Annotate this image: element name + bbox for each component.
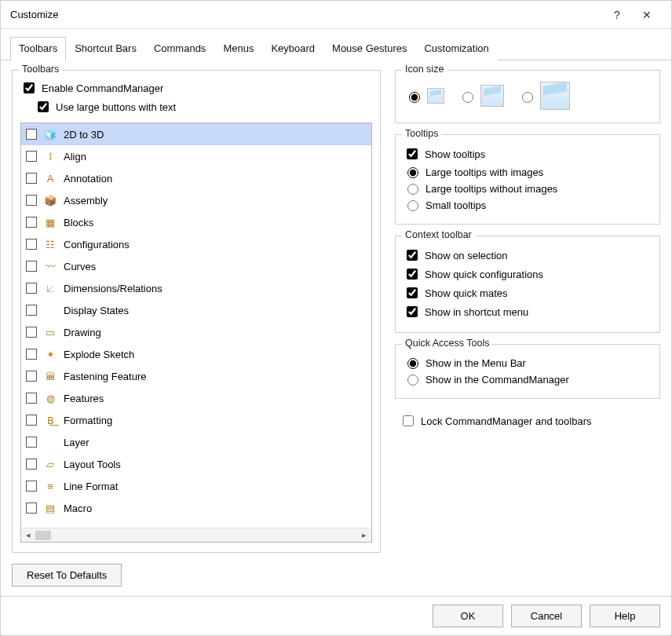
toolbar-list: 🧊2D to 3D⟟AlignAAnnotation📦Assembly▦Bloc… (20, 122, 372, 543)
toolbar-item-checkbox[interactable] (26, 349, 37, 360)
toolbar-item-checkbox[interactable] (26, 503, 37, 514)
toolbar-item-icon: A (43, 171, 57, 185)
close-icon[interactable]: ✕ (632, 9, 662, 21)
toolbar-item-checkbox[interactable] (26, 283, 37, 294)
toolbar-item-configurations[interactable]: ☷Configurations (21, 233, 371, 255)
show-quick-configurations-row[interactable]: Show quick configurations (404, 266, 652, 282)
icon-size-large-option[interactable] (518, 82, 570, 110)
show-in-shortcut-menu-checkbox[interactable] (407, 306, 418, 317)
cancel-button[interactable]: Cancel (511, 605, 582, 627)
toolbar-item-checkbox[interactable] (26, 305, 37, 316)
enable-commandmanager-row[interactable]: Enable CommandManager (20, 80, 372, 96)
show-in-commandmanager-row[interactable]: Show in the CommandManager (404, 372, 652, 386)
show-in-menu-bar-radio[interactable] (407, 358, 418, 369)
toolbar-item-formatting[interactable]: B͟Formatting (21, 409, 371, 431)
small-tooltips-radio[interactable] (407, 200, 418, 211)
toolbar-item-checkbox[interactable] (26, 151, 37, 162)
toolbar-item-2d-to-3d[interactable]: 🧊2D to 3D (21, 123, 371, 145)
toolbar-item-checkbox[interactable] (26, 129, 37, 140)
icon-size-legend: Icon size (402, 64, 447, 75)
toolbar-item-layer[interactable]: Layer (21, 431, 371, 453)
scroll-left-icon[interactable]: ◂ (23, 530, 34, 540)
ok-button[interactable]: OK (433, 605, 503, 627)
toolbar-item-explode-sketch[interactable]: ✴Explode Sketch (21, 343, 371, 365)
toolbar-item-checkbox[interactable] (26, 261, 37, 272)
icon-size-small-option[interactable] (405, 88, 444, 104)
small-tooltips-row[interactable]: Small tooltips (404, 198, 652, 211)
toolbar-item-checkbox[interactable] (26, 217, 37, 228)
tab-toolbars[interactable]: Toolbars (10, 37, 66, 60)
toolbar-item-assembly[interactable]: 📦Assembly (21, 189, 371, 211)
toolbar-list-scroll[interactable]: 🧊2D to 3D⟟AlignAAnnotation📦Assembly▦Bloc… (21, 123, 371, 528)
show-quick-configurations-checkbox[interactable] (407, 269, 418, 280)
small-tooltips-label: Small tooltips (425, 199, 486, 211)
help-button[interactable]: Help (590, 605, 660, 627)
icon-size-medium-option[interactable] (458, 85, 504, 107)
toolbar-item-align[interactable]: ⟟Align (21, 145, 371, 167)
toolbar-item-drawing[interactable]: ▭Drawing (21, 321, 371, 343)
toolbar-item-features[interactable]: ◍Features (21, 387, 371, 409)
help-icon[interactable]: ? (602, 9, 632, 21)
show-quick-mates-checkbox[interactable] (407, 287, 418, 298)
icon-size-small-radio[interactable] (409, 92, 420, 103)
show-in-commandmanager-radio[interactable] (407, 375, 418, 386)
toolbar-item-checkbox[interactable] (26, 327, 37, 338)
toolbar-item-checkbox[interactable] (26, 239, 37, 250)
toolbar-item-curves[interactable]: 〰Curves (21, 255, 371, 277)
toolbar-item-label: Layer (64, 437, 367, 448)
toolbar-item-blocks[interactable]: ▦Blocks (21, 211, 371, 233)
toolbar-item-checkbox[interactable] (26, 481, 37, 492)
toolbar-item-icon: B͟ (43, 413, 57, 427)
toolbar-item-checkbox[interactable] (26, 437, 37, 448)
toolbar-item-checkbox[interactable] (26, 371, 37, 382)
toolbar-item-checkbox[interactable] (26, 195, 37, 206)
toolbar-item-macro[interactable]: ▤Macro (21, 497, 371, 519)
toolbar-item-checkbox[interactable] (26, 459, 37, 470)
reset-to-defaults-button[interactable]: Reset To Defaults (12, 564, 122, 587)
tab-mouse-gestures[interactable]: Mouse Gestures (323, 37, 415, 60)
use-large-buttons-row[interactable]: Use large buttons with text (35, 99, 372, 115)
show-in-shortcut-menu-row[interactable]: Show in shortcut menu (404, 304, 652, 320)
tab-customization[interactable]: Customization (415, 37, 497, 60)
toolbar-item-icon: ✴ (43, 347, 57, 361)
icon-size-medium-radio[interactable] (462, 92, 473, 103)
show-on-selection-checkbox[interactable] (407, 250, 418, 261)
show-in-commandmanager-label: Show in the CommandManager (425, 373, 569, 386)
lock-commandmanager-row[interactable]: Lock CommandManager and toolbars (400, 413, 660, 429)
toolbar-item-checkbox[interactable] (26, 393, 37, 404)
horizontal-scrollbar[interactable]: ◂ ▸ (21, 528, 371, 542)
toolbar-item-line-format[interactable]: ≡Line Format (21, 475, 371, 497)
tab-keyboard[interactable]: Keyboard (262, 37, 323, 60)
toolbar-item-label: Assembly (64, 195, 367, 207)
toolbar-item-label: Line Format (64, 481, 367, 492)
large-tooltips-noimages-label: Large tooltips without images (425, 182, 557, 195)
lock-commandmanager-checkbox[interactable] (403, 415, 414, 426)
toolbar-item-icon (43, 435, 57, 449)
tab-menus[interactable]: Menus (214, 37, 262, 60)
toolbar-item-checkbox[interactable] (26, 173, 37, 184)
large-tooltips-noimages-radio[interactable] (407, 184, 418, 195)
tab-shortcut-bars[interactable]: Shortcut Bars (66, 37, 145, 60)
icon-size-large-radio[interactable] (522, 92, 533, 103)
show-on-selection-row[interactable]: Show on selection (404, 247, 652, 263)
show-tooltips-checkbox[interactable] (407, 148, 418, 159)
toolbar-item-icon: ▱ (43, 457, 57, 471)
toolbar-item-checkbox[interactable] (26, 415, 37, 426)
toolbar-item-layout-tools[interactable]: ▱Layout Tools (21, 453, 371, 475)
scroll-right-icon[interactable]: ▸ (359, 530, 370, 540)
enable-commandmanager-checkbox[interactable] (24, 82, 35, 93)
show-in-menu-bar-row[interactable]: Show in the Menu Bar (404, 356, 652, 369)
large-tooltips-noimages-row[interactable]: Large tooltips without images (404, 181, 652, 195)
tab-commands[interactable]: Commands (145, 37, 214, 60)
show-in-shortcut-menu-label: Show in shortcut menu (425, 305, 528, 318)
toolbar-item-dimensions-relations[interactable]: ⟀Dimensions/Relations (21, 277, 371, 299)
show-tooltips-row[interactable]: Show tooltips (404, 146, 652, 162)
show-quick-mates-row[interactable]: Show quick mates (404, 285, 652, 301)
toolbar-item-annotation[interactable]: AAnnotation (21, 167, 371, 189)
scroll-thumb[interactable] (35, 531, 51, 540)
use-large-buttons-checkbox[interactable] (38, 101, 49, 112)
toolbar-item-display-states[interactable]: Display States (21, 299, 371, 321)
large-tooltips-images-row[interactable]: Large tooltips with images (404, 165, 652, 178)
toolbar-item-fastening-feature[interactable]: 🏛Fastening Feature (21, 365, 371, 387)
large-tooltips-images-radio[interactable] (407, 167, 418, 178)
